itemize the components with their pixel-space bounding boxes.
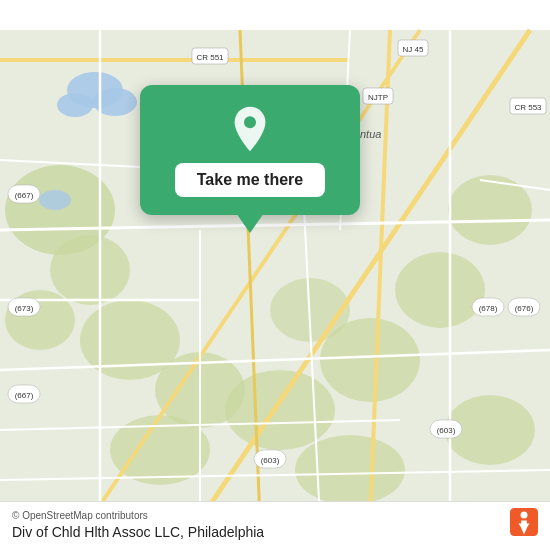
svg-text:NJ 45: NJ 45 [403, 45, 424, 54]
copyright-text: © OpenStreetMap contributors [12, 510, 538, 521]
svg-text:(603): (603) [437, 426, 456, 435]
svg-text:(678): (678) [479, 304, 498, 313]
svg-point-60 [244, 116, 256, 128]
svg-text:(667): (667) [15, 391, 34, 400]
svg-point-12 [295, 435, 405, 505]
popup-card: Take me there [140, 85, 360, 215]
svg-point-16 [57, 93, 93, 117]
svg-text:(667): (667) [15, 191, 34, 200]
svg-text:(673): (673) [15, 304, 34, 313]
svg-point-2 [50, 235, 130, 305]
map-background: CR 551 NJ 45 CR 553 NJTP (678) (667) (67… [0, 0, 550, 550]
svg-point-8 [395, 252, 485, 328]
svg-text:(603): (603) [261, 456, 280, 465]
svg-point-6 [225, 370, 335, 450]
location-pin-icon [226, 105, 274, 153]
map-container: CR 551 NJ 45 CR 553 NJTP (678) (667) (67… [0, 0, 550, 550]
moovit-icon [510, 508, 538, 536]
svg-point-62 [521, 512, 528, 519]
svg-text:CR 553: CR 553 [514, 103, 542, 112]
svg-text:NJTP: NJTP [368, 93, 388, 102]
svg-text:(676): (676) [515, 304, 534, 313]
bottom-bar: © OpenStreetMap contributors Div of Chld… [0, 501, 550, 550]
take-me-there-button[interactable]: Take me there [175, 163, 325, 197]
svg-text:ntua: ntua [360, 128, 381, 140]
svg-text:CR 551: CR 551 [196, 53, 224, 62]
svg-point-17 [39, 190, 71, 210]
moovit-logo [510, 508, 538, 536]
location-text: Div of Chld Hlth Assoc LLC, Philadelphia [12, 524, 538, 540]
